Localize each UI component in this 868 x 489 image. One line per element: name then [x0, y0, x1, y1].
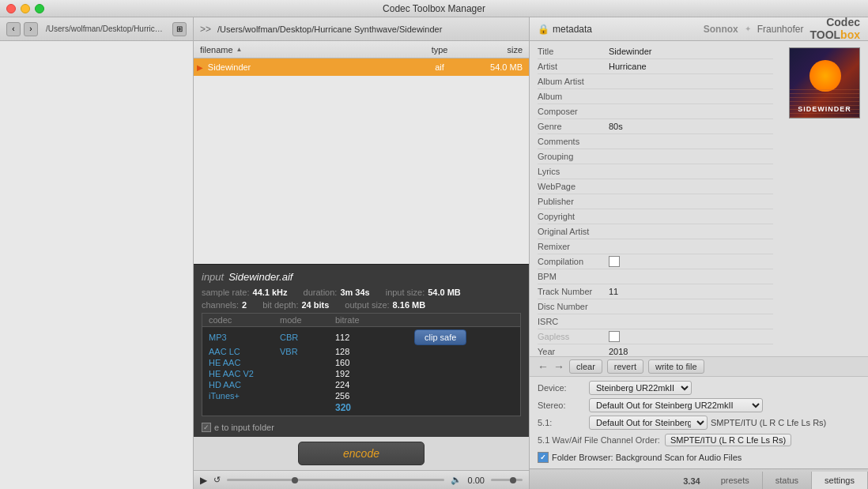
meta-key-bpm: BPM	[538, 272, 609, 281]
file-type-cell: aif	[416, 62, 462, 72]
channels-val: 2	[242, 300, 247, 310]
codec-toolbox-logo: Codec TOOLbox	[810, 17, 860, 41]
close-button[interactable]	[6, 4, 16, 13]
meta-key-title: Title	[538, 47, 609, 56]
meta-val-genre[interactable]: 80s	[609, 122, 773, 131]
codec-table: codec mode bitrate MP3 CBR 112 clip safe…	[202, 313, 521, 416]
nav-back-button[interactable]: ‹	[6, 22, 21, 36]
col-header-type[interactable]: type	[416, 45, 462, 55]
duration-key: duration:	[304, 288, 338, 297]
wav-order-row: 5.1 Wav/Aif File Channel Order: SMPTE/IT…	[538, 432, 860, 448]
loop-button[interactable]: ↺	[213, 475, 221, 485]
save-to-folder-row: ✓ e to input folder	[202, 419, 521, 434]
meta-val-title[interactable]: Sidewinder	[609, 47, 773, 56]
sidebar-folder-button[interactable]: ⊞	[172, 22, 187, 36]
album-art-grid	[790, 86, 859, 118]
codec-row-itunes[interactable]: iTunes+ 256	[202, 390, 520, 401]
codec-name-hdaac: HD AAC	[209, 380, 280, 389]
compilation-checkbox[interactable]	[609, 256, 620, 267]
bitrate-col-header: bitrate	[335, 315, 398, 325]
device-select[interactable]: Steinberg UR22mkII	[589, 381, 692, 395]
metadata-body: Title Sidewinder Artist Hurricane Album …	[530, 41, 868, 356]
bit-depth-item: bit depth: 24 bits	[262, 300, 329, 310]
device-key: Device:	[538, 383, 589, 393]
tab-presets[interactable]: presets	[708, 472, 763, 489]
file-size-cell: 54.0 MB	[463, 62, 526, 72]
title-bar: Codec Toolbox Manager	[0, 0, 868, 17]
codec-name-heaacv2: HE AAC V2	[209, 369, 280, 378]
window-title: Codec Toolbox Manager	[383, 3, 485, 14]
meta-row-artist: Artist Hurricane	[538, 59, 773, 74]
surround-select[interactable]: Default Out for Steinberg UR...	[589, 416, 708, 430]
mode-col-header: mode	[280, 315, 335, 325]
input-label-row: input Sidewinder.aif	[202, 271, 521, 283]
save-to-folder-checkbox[interactable]: ✓	[202, 423, 211, 432]
encode-button[interactable]: encode	[298, 442, 425, 465]
nav-forward-button[interactable]: ›	[24, 22, 38, 36]
clip-safe-button[interactable]: clip safe	[414, 329, 466, 345]
current-path: /Users/wolfman/Desktop/Hurricane Synthwa…	[217, 24, 442, 34]
play-button[interactable]: ▶	[200, 475, 207, 486]
table-row[interactable]: ▶ Sidewinder aif 54.0 MB	[194, 58, 529, 76]
file-list-header: filename ▲ type size	[194, 41, 529, 58]
metadata-header: 🔒 metadata	[538, 24, 592, 35]
meta-row-title: Title Sidewinder	[538, 44, 773, 59]
fraunhofer-logo: Fraunhofer	[757, 24, 804, 35]
codec-row-hdaac[interactable]: HD AAC 224	[202, 379, 520, 390]
volume-position	[510, 477, 516, 483]
sample-rate-val: 44.1 kHz	[253, 288, 288, 297]
input-size-val: 54.0 MB	[428, 288, 461, 297]
sidebar-nav: ‹ › /Users/wolfman/Desktop/Hurricane Sy.…	[0, 17, 193, 41]
stereo-select[interactable]: Default Out for Steinberg UR22mkII	[589, 398, 763, 412]
undo-button[interactable]: ←	[538, 360, 549, 373]
input-size-key: input size:	[386, 288, 425, 297]
center-panel: >> /Users/wolfman/Desktop/Hurricane Synt…	[194, 17, 530, 489]
codec-bitrate-mp3: 112	[335, 333, 398, 342]
codec-row-heaac[interactable]: HE AAC 160	[202, 357, 520, 368]
stereo-row: Stereo: Default Out for Steinberg UR22mk…	[538, 397, 860, 413]
meta-row-disc-number: Disc Number	[538, 299, 773, 314]
codec-bitrate-heaacv2: 192	[335, 369, 398, 378]
playback-bar: ▶ ↺ 🔈 0.00	[194, 470, 529, 489]
revert-button[interactable]: revert	[607, 359, 643, 374]
minimize-button[interactable]	[21, 4, 30, 13]
tab-settings[interactable]: settings	[812, 472, 868, 489]
codec-row-320[interactable]: 320	[202, 401, 520, 414]
box-word: box	[840, 28, 860, 41]
write-to-file-button[interactable]: write to file	[648, 359, 704, 374]
bit-depth-val: 24 bits	[301, 300, 329, 310]
codec-name-aaclc: AAC LC	[209, 347, 280, 356]
playback-slider[interactable]	[227, 479, 444, 481]
meta-val-year[interactable]: 2018	[609, 347, 773, 356]
meta-key-copyright: Copyright	[538, 212, 609, 221]
meta-row-album-artist: Album Artist	[538, 74, 773, 89]
clear-button[interactable]: clear	[569, 359, 602, 374]
album-art[interactable]: SIDEWINDER	[789, 47, 860, 118]
col-header-filename[interactable]: filename ▲	[197, 45, 416, 55]
tab-status[interactable]: status	[763, 472, 812, 489]
brand-separator: ✦	[745, 24, 751, 33]
folder-scan-checkbox[interactable]: ✓	[538, 452, 549, 463]
codec-mode-mp3: CBR	[280, 333, 335, 342]
meta-val-artist[interactable]: Hurricane	[609, 62, 773, 71]
duration-item: duration: 3m 34s	[304, 288, 370, 297]
gapless-checkbox[interactable]	[609, 331, 620, 342]
codec-brand-word: Codec	[826, 17, 860, 28]
file-list-body[interactable]: ▶ Sidewinder aif 54.0 MB	[194, 58, 529, 264]
sample-rate-key: sample rate:	[202, 288, 250, 297]
redo-button[interactable]: →	[553, 360, 564, 373]
toolbox-brand-word: TOOLbox	[810, 29, 860, 41]
codec-row-aaclc[interactable]: AAC LC VBR 128	[202, 346, 520, 357]
codec-name-itunes: iTunes+	[209, 391, 280, 401]
save-to-folder: ✓ e to input folder	[202, 423, 274, 432]
volume-slider[interactable]	[491, 479, 523, 481]
save-to-folder-label: e to input folder	[214, 423, 274, 432]
codec-row-mp3[interactable]: MP3 CBR 112 clip safe	[202, 329, 520, 346]
meta-val-track-number[interactable]: 11	[609, 287, 773, 296]
meta-row-original-artist: Original Artist	[538, 224, 773, 239]
wav-order-val[interactable]: SMPTE/ITU (L R C Lfe Ls Rs)	[665, 434, 791, 446]
col-header-size[interactable]: size	[463, 45, 526, 55]
codec-row-heaacv2[interactable]: HE AAC V2 192	[202, 368, 520, 379]
maximize-button[interactable]	[35, 4, 44, 13]
meta-key-album: Album	[538, 92, 609, 101]
